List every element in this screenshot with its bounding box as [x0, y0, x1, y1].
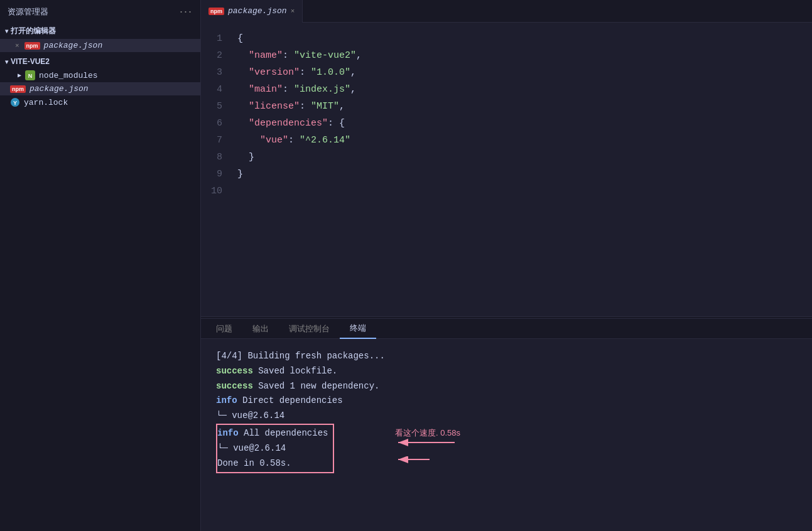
- code-line-4: "main": "index.js",: [237, 81, 812, 98]
- yarn-lock-label: yarn.lock: [24, 98, 68, 107]
- tab-problems[interactable]: 问题: [206, 319, 242, 338]
- terminal-line-8: Done in 0.58s.: [217, 456, 328, 471]
- npm-badge-sidebar: npm: [10, 85, 26, 93]
- sidebar-title: 资源管理器: [8, 6, 48, 18]
- tab-filename: package.json: [228, 6, 287, 16]
- code-line-3: "version": "1.0.0",: [237, 64, 812, 81]
- folder-arrow-icon: ▶: [18, 72, 21, 79]
- open-editors-title: 打开的编辑器: [11, 26, 56, 36]
- open-editor-filename: package.json: [44, 41, 103, 50]
- svg-text:Y: Y: [13, 100, 17, 106]
- terminal-line-6: info All dependencies: [217, 426, 328, 441]
- main-area: npm package.json × 1 2 3 4 5 6 7 8 9 10 …: [201, 0, 812, 531]
- project-arrow-icon: ▾: [5, 58, 8, 65]
- code-editor: 1 2 3 4 5 6 7 8 9 10 { "name": "vite-vue…: [201, 23, 812, 316]
- annotation-text: 看这个速度. 0.58s: [395, 426, 460, 440]
- terminal-line-7: └─ vue@2.6.14: [217, 441, 328, 456]
- svg-text:N: N: [28, 73, 33, 79]
- file-tree-item-node-modules[interactable]: ▶ N node_modules: [0, 68, 200, 82]
- node-modules-label: node_modules: [39, 71, 98, 80]
- code-line-6: "dependencies": {: [237, 115, 812, 132]
- code-content: { "name": "vite-vue2", "version": "1.0.0…: [232, 28, 812, 311]
- file-tree-item-yarn-lock[interactable]: Y yarn.lock: [0, 95, 200, 109]
- tab-close-icon[interactable]: ×: [291, 8, 295, 15]
- annotation-arrow-2: [392, 456, 517, 475]
- code-line-2: "name": "vite-vue2",: [237, 47, 812, 64]
- line-numbers: 1 2 3 4 5 6 7 8 9 10: [201, 28, 232, 311]
- panel-area: 问题 输出 调试控制台 终端 [4/4] Building fresh pack…: [201, 319, 812, 520]
- sidebar-header: 资源管理器 ···: [0, 0, 200, 23]
- node-icon: N: [25, 70, 35, 80]
- code-line-9: }: [237, 166, 812, 183]
- editor-tab-package-json[interactable]: npm package.json ×: [201, 0, 303, 23]
- tab-terminal[interactable]: 终端: [340, 319, 376, 339]
- highlight-box: info All dependencies └─ vue@2.6.14 Done…: [216, 424, 334, 473]
- highlighted-section: info All dependencies └─ vue@2.6.14 Done…: [216, 424, 334, 473]
- yarn-icon: Y: [10, 97, 20, 107]
- code-line-8: }: [237, 149, 812, 166]
- code-line-1: {: [237, 30, 812, 47]
- tab-debug-console[interactable]: 调试控制台: [279, 319, 340, 338]
- code-line-10: [237, 183, 812, 200]
- terminal-line-1: [4/4] Building fresh packages...: [216, 349, 797, 364]
- project-section: ▾ VITE-VUE2 ▶ N node_modules npm package…: [0, 55, 200, 109]
- open-editors-section: ▾ 打开的编辑器 × npm package.json: [0, 23, 200, 52]
- terminal-content: [4/4] Building fresh packages... success…: [201, 339, 812, 520]
- open-editors-arrow-icon: ▾: [5, 28, 8, 35]
- terminal-line-2: success Saved lockfile.: [216, 364, 797, 379]
- open-editors-label[interactable]: ▾ 打开的编辑器: [0, 23, 200, 39]
- tab-bar: npm package.json ×: [201, 0, 812, 23]
- panel-tabs: 问题 输出 调试控制台 终端: [201, 319, 812, 339]
- terminal-line-5: └─ vue@2.6.14: [216, 409, 797, 424]
- project-title: VITE-VUE2: [11, 57, 50, 66]
- tab-output[interactable]: 输出: [242, 319, 279, 338]
- file-tree-item-package-json[interactable]: npm package.json: [0, 82, 200, 95]
- project-label[interactable]: ▾ VITE-VUE2: [0, 55, 200, 68]
- open-editor-item[interactable]: × npm package.json: [0, 39, 200, 52]
- sidebar: 资源管理器 ··· ▾ 打开的编辑器 × npm package.json ▾ …: [0, 0, 201, 531]
- code-line-7: "vue": "^2.6.14": [237, 132, 812, 149]
- terminal-line-3: success Saved 1 new dependency.: [216, 379, 797, 394]
- tab-npm-badge: npm: [208, 8, 224, 15]
- close-icon[interactable]: ×: [15, 42, 19, 50]
- package-json-label: package.json: [30, 84, 89, 94]
- npm-badge: npm: [24, 42, 40, 50]
- code-line-5: "license": "MIT",: [237, 98, 812, 115]
- file-tree: ▶ N node_modules npm package.json Y: [0, 68, 200, 109]
- sidebar-more-icon[interactable]: ···: [180, 5, 193, 18]
- terminal-line-4: info Direct dependencies: [216, 394, 797, 409]
